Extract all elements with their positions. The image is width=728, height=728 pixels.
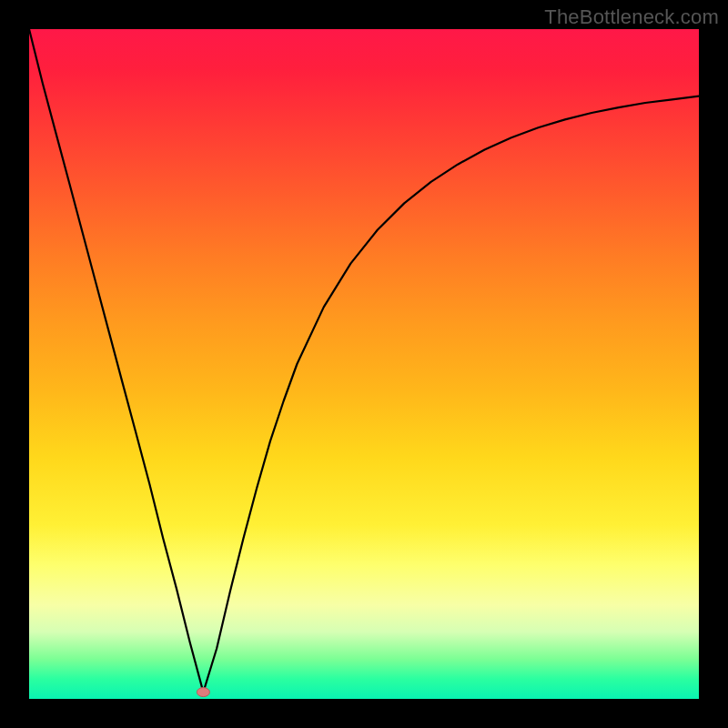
bottleneck-curve: [29, 29, 699, 693]
chart-svg: [29, 29, 699, 699]
watermark-text: TheBottleneck.com: [544, 5, 719, 29]
minimum-marker: [197, 688, 209, 697]
chart-frame: TheBottleneck.com: [0, 0, 728, 728]
plot-area: [29, 29, 699, 699]
